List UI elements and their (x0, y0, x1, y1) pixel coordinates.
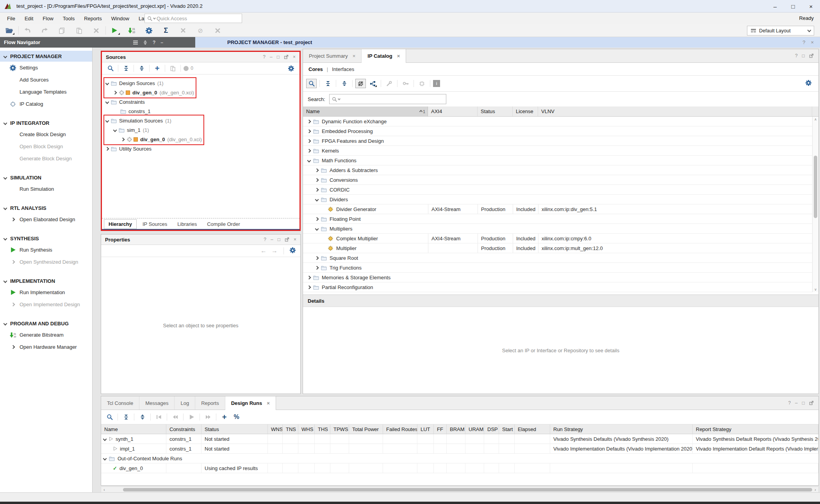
sidebar-section-program-and-debug[interactable]: PROGRAM AND DEBUG (0, 318, 92, 329)
sidebar-item-run-implementation[interactable]: Run Implementation (0, 286, 92, 298)
catalog-search-input[interactable] (341, 96, 446, 102)
collapse-all-icon[interactable] (121, 64, 131, 73)
back-arrow-icon[interactable]: ← (260, 247, 267, 254)
tree-item-div-gen-0[interactable]: div_gen_0(div_gen_0.xci) (102, 88, 299, 97)
float-panel-icon[interactable] (809, 53, 814, 58)
tab-project-summary[interactable]: Project Summary× (303, 49, 362, 62)
column-ths[interactable]: THS (315, 424, 330, 434)
catalog-row-cordic[interactable]: CORDIC (303, 185, 812, 195)
expand-all-icon[interactable] (143, 40, 148, 45)
scroll-left-icon[interactable]: ‹ (101, 488, 107, 492)
sidebar-item-add-sources[interactable]: Add Sources (0, 74, 92, 86)
tab-libraries[interactable]: Libraries (173, 220, 201, 229)
sidebar-item-open-block-design[interactable]: Open Block Design (0, 140, 92, 153)
catalog-row-fpga-features[interactable]: FPGA Features and Design (303, 136, 812, 146)
catalog-row-partial-reconfiguration[interactable]: Partial Reconfiguration (303, 282, 812, 292)
column-uram[interactable]: URAM (465, 424, 484, 434)
clipboard-icon[interactable] (168, 64, 178, 73)
open-project-icon[interactable] (2, 25, 16, 36)
sidebar-section-synthesis[interactable]: SYNTHESIS (0, 233, 92, 244)
catalog-row-floating-point[interactable]: Floating Point (303, 214, 812, 224)
tab-compile-order[interactable]: Compile Order (203, 220, 244, 229)
catalog-row-dynamic-function-exchange[interactable]: Dynamic Function eXchange (303, 117, 812, 126)
float-panel-icon[interactable] (285, 237, 289, 242)
copy-icon[interactable] (55, 25, 68, 36)
maximize-panel-icon[interactable]: □ (802, 53, 805, 59)
column-bram[interactable]: BRAM (447, 424, 465, 434)
tree-item-simulation-sources[interactable]: Simulation Sources(1) (102, 116, 299, 125)
tab-ip-sources[interactable]: IP Sources (138, 220, 171, 229)
float-panel-icon[interactable] (809, 401, 814, 405)
group-by-icon[interactable] (367, 79, 378, 88)
minimize-panel-icon[interactable]: – (271, 237, 273, 242)
scrollbar-thumb[interactable] (814, 156, 817, 218)
tree-item-sim-1[interactable]: sim_1(1) (102, 125, 299, 135)
help-icon[interactable]: ? (788, 400, 791, 406)
run-row-div-gen-0[interactable]: ✓div_gen_0 Using cached IP results (101, 463, 818, 473)
expand-all-icon[interactable] (339, 79, 349, 88)
sidebar-item-language-templates[interactable]: Language Templates (0, 86, 92, 98)
sidebar-item-open-hardware-manager[interactable]: Open Hardware Manager (0, 341, 92, 353)
run-icon[interactable] (108, 25, 121, 36)
sidebar-item-generate-bitstream[interactable]: Generate Bitstream (0, 329, 92, 341)
tree-item-utility-sources[interactable]: Utility Sources (102, 144, 299, 153)
sidebar-item-ip-catalog[interactable]: IP Catalog (0, 98, 92, 110)
scroll-down-icon[interactable]: ∨ (813, 287, 818, 292)
column-axi4[interactable]: AXI4 (428, 106, 478, 116)
catalog-search-box[interactable] (329, 94, 446, 104)
column-failed-routes[interactable]: Failed Routes (383, 424, 417, 434)
help-icon[interactable]: ? (263, 54, 266, 60)
column-whs[interactable]: WHS (298, 424, 315, 434)
tab-reports[interactable]: Reports (195, 396, 225, 410)
maximize-panel-icon[interactable]: □ (277, 54, 280, 60)
minimize-button[interactable]: – (766, 0, 784, 12)
run-row-out-of-context[interactable]: Out-of-Context Module Runs (101, 454, 818, 463)
help-icon[interactable]: ? (795, 53, 798, 59)
license-key-icon[interactable] (400, 79, 411, 88)
quick-access-search[interactable] (144, 14, 242, 23)
sidebar-item-open-synthesized-design[interactable]: Open Synthesized Design (0, 256, 92, 268)
tree-item-design-sources[interactable]: Design Sources(1) (102, 78, 299, 88)
catalog-row-kernels[interactable]: Kernels (303, 146, 812, 156)
settings-gear-icon[interactable] (806, 80, 811, 87)
column-lut[interactable]: LUT (417, 424, 434, 434)
sidebar-item-run-simulation[interactable]: Run Simulation (0, 183, 92, 195)
tab-tcl-console[interactable]: Tcl Console (101, 396, 139, 410)
column-report-strategy[interactable]: Report Strategy (693, 424, 818, 434)
close-tab-icon[interactable]: × (353, 53, 356, 59)
search-icon[interactable] (104, 412, 115, 422)
sidebar-item-settings[interactable]: Settings (0, 62, 92, 74)
tab-log[interactable]: Log (175, 396, 195, 410)
maximize-button[interactable]: □ (784, 0, 802, 12)
percent-icon[interactable]: % (231, 412, 242, 422)
help-icon[interactable]: ? (153, 40, 155, 45)
cancel-run-icon[interactable] (176, 25, 190, 36)
collapse-all-icon[interactable] (121, 412, 131, 422)
close-button[interactable]: × (802, 0, 820, 12)
run-step-icon[interactable] (186, 412, 197, 422)
catalog-row-square-root[interactable]: Square Root (303, 253, 812, 263)
undo-icon[interactable] (21, 25, 34, 36)
tree-item-constrs-1[interactable]: constrs_1 (102, 106, 299, 116)
minimize-panel-icon[interactable]: – (270, 54, 273, 60)
close-panel-icon[interactable]: × (293, 54, 296, 60)
horizontal-scrollbar[interactable]: ‹ › (101, 486, 819, 493)
catalog-row-conversions[interactable]: Conversions (303, 175, 812, 185)
column-ff[interactable]: FF (434, 424, 447, 434)
column-status[interactable]: Status (201, 424, 268, 434)
paste-icon[interactable] (72, 25, 86, 36)
delete-icon[interactable] (89, 25, 103, 36)
tab-ip-catalog[interactable]: IP Catalog× (362, 49, 406, 63)
tab-design-runs[interactable]: Design Runs× (225, 396, 276, 410)
subtab-cores[interactable]: Cores (308, 66, 323, 72)
search-icon[interactable] (306, 79, 317, 88)
maximize-panel-icon[interactable]: □ (802, 400, 805, 406)
column-status[interactable]: Status (478, 106, 513, 116)
catalog-row-divider-generator[interactable]: Divider Generator AXI4-Stream Production… (303, 204, 812, 214)
sidebar-item-create-block-design[interactable]: Create Block Design (0, 128, 92, 140)
tab-hierarchy[interactable]: Hierarchy (104, 219, 137, 229)
sidebar-item-run-synthesis[interactable]: Run Synthesis (0, 244, 92, 256)
collapse-all-icon[interactable] (323, 79, 333, 88)
fast-forward-icon[interactable] (203, 412, 213, 422)
catalog-row-adders-subtracters[interactable]: Adders & Subtracters (303, 165, 812, 175)
